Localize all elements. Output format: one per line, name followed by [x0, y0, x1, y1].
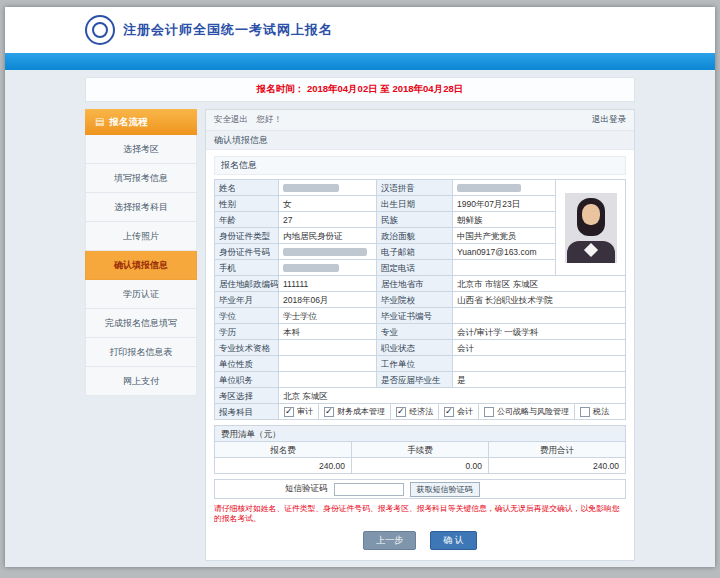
subjects-row: 报考科目 审计 财务成本管理 — [215, 404, 626, 420]
field-value — [279, 180, 377, 196]
redacted-value — [283, 184, 339, 192]
field-label: 毕业年月 — [215, 292, 279, 308]
checkbox-unchecked-icon[interactable] — [580, 407, 590, 417]
subject-option-strategy-risk[interactable]: 公司战略与风险管理 — [479, 404, 575, 419]
field-value: 会计/审计学 一级学科 — [453, 324, 626, 340]
sidebar-item-online-payment[interactable]: 网上支付 — [85, 367, 197, 396]
field-label: 职业状态 — [377, 340, 453, 356]
photo-face — [582, 204, 600, 225]
subject-option-accounting[interactable]: 会计 — [439, 404, 479, 419]
fee-table: 费用清单（元） 报名费 手续费 费用合计 240.00 0.00 240.00 — [214, 425, 626, 474]
sms-code-input[interactable] — [334, 483, 404, 496]
list-icon: ▤ — [95, 117, 104, 127]
table-row: 居住地邮政编码 111111 居住地省市 北京市 市辖区 东城区 — [215, 276, 626, 292]
confirm-button[interactable]: 确 认 — [430, 531, 477, 550]
subject-option-audit[interactable]: 审计 — [279, 404, 319, 419]
nav-bar — [5, 53, 715, 70]
sidebar-item-print-form[interactable]: 打印报名信息表 — [85, 338, 197, 367]
checkbox-checked-icon[interactable] — [444, 407, 454, 417]
field-label: 学历 — [215, 324, 279, 340]
panel-title: 确认填报信息 — [206, 131, 634, 150]
table-row: 专业技术资格 职业状态 会计 — [215, 340, 626, 356]
field-label: 手机 — [215, 260, 279, 276]
fee-value: 0.00 — [352, 458, 489, 474]
field-label: 居住地省市 — [377, 276, 453, 292]
field-value: 北京市 市辖区 东城区 — [453, 276, 626, 292]
sidebar-item-select-subjects[interactable]: 选择报考科目 — [85, 193, 197, 222]
checkbox-unchecked-icon[interactable] — [484, 407, 494, 417]
checkbox-checked-icon[interactable] — [396, 407, 406, 417]
checkbox-checked-icon[interactable] — [324, 407, 334, 417]
field-value — [279, 340, 377, 356]
subject-label: 税法 — [593, 406, 609, 418]
id-photo-cell — [556, 180, 626, 276]
safe-exit-link[interactable]: 安全退出 — [214, 114, 248, 124]
table-row: 报名费 手续费 费用合计 — [215, 442, 626, 458]
field-value — [279, 372, 377, 388]
field-value: 2018年06月 — [279, 292, 377, 308]
table-row: 学历 本科 专业 会计/审计学 一级学科 — [215, 324, 626, 340]
sidebar-item-upload-photo[interactable]: 上传照片 — [85, 222, 197, 251]
field-label: 汉语拼音 — [377, 180, 453, 196]
field-label: 专业技术资格 — [215, 340, 279, 356]
sidebar-item-education-verify[interactable]: 学历认证 — [85, 280, 197, 309]
redacted-value — [457, 184, 521, 192]
field-value: 中国共产党党员 — [453, 228, 556, 244]
field-value — [279, 244, 377, 260]
field-label: 固定电话 — [377, 260, 453, 276]
page: 注册会计师全国统一考试网上报名 报名时间： 2018年04月02日 至 2018… — [5, 7, 715, 567]
subject-option-financial-cost[interactable]: 财务成本管理 — [319, 404, 391, 419]
field-value — [453, 260, 556, 276]
sidebar-item-fill-info[interactable]: 填写报考信息 — [85, 164, 197, 193]
registration-period-banner: 报名时间： 2018年04月02日 至 2018年04月28日 — [85, 77, 635, 102]
subject-option-economic-law[interactable]: 经济法 — [391, 404, 439, 419]
field-value: 北京 东城区 — [279, 388, 626, 404]
sidebar-item-select-region[interactable]: 选择考区 — [85, 135, 197, 164]
previous-step-button[interactable]: 上一步 — [363, 531, 416, 550]
sidebar-item-confirm-info[interactable]: 确认填报信息 — [85, 251, 197, 280]
field-label: 姓名 — [215, 180, 279, 196]
field-label: 考区选择 — [215, 388, 279, 404]
field-value: 本科 — [279, 324, 377, 340]
logout-link[interactable]: 退出登录 — [592, 114, 626, 126]
fee-column-header: 费用合计 — [489, 442, 626, 458]
subject-label: 财务成本管理 — [337, 406, 385, 418]
fee-value: 240.00 — [215, 458, 352, 474]
field-value: 是 — [453, 372, 626, 388]
fee-column-header: 手续费 — [352, 442, 489, 458]
sidebar: ▤ 报名流程 选择考区 填写报考信息 选择报考科目 上传照片 确认填报信息 学历… — [85, 109, 197, 396]
greeting-text: 您好！ — [256, 114, 282, 124]
subject-option-tax-law[interactable]: 税法 — [575, 404, 614, 419]
table-row: 费用清单（元） — [215, 426, 626, 442]
field-label: 毕业院校 — [377, 292, 453, 308]
subject-label: 会计 — [457, 406, 473, 418]
field-label: 性别 — [215, 196, 279, 212]
field-value: 内地居民身份证 — [279, 228, 377, 244]
field-value: 1990年07月23日 — [453, 196, 556, 212]
subject-label: 经济法 — [409, 406, 433, 418]
field-label: 工作单位 — [377, 356, 453, 372]
fee-value: 240.00 — [489, 458, 626, 474]
field-label: 年龄 — [215, 212, 279, 228]
sms-code-label: 短信验证码 — [285, 483, 328, 495]
table-row: 毕业年月 2018年06月 毕业院校 山西省 长治职业技术学院 — [215, 292, 626, 308]
field-value: 27 — [279, 212, 377, 228]
checkbox-checked-icon[interactable] — [284, 407, 294, 417]
get-sms-code-button[interactable]: 获取短信验证码 — [410, 482, 480, 497]
table-row: 学位 学士学位 毕业证书编号 — [215, 308, 626, 324]
action-buttons: 上一步 确 认 — [214, 526, 626, 552]
field-label: 身份证件类型 — [215, 228, 279, 244]
field-label: 民族 — [377, 212, 453, 228]
table-row: 单位职务 是否应届毕业生 是 — [215, 372, 626, 388]
warning-text: 请仔细核对如姓名、证件类型、身份证件号码、报考考区、报考科目等关键信息，确认无误… — [214, 499, 626, 526]
table-row: 单位性质 工作单位 — [215, 356, 626, 372]
field-label: 单位性质 — [215, 356, 279, 372]
field-value — [279, 356, 377, 372]
table-row: 姓名 汉语拼音 — [215, 180, 626, 196]
field-value: 会计 — [453, 340, 626, 356]
content-area: ▤ 报名流程 选择考区 填写报考信息 选择报考科目 上传照片 确认填报信息 学历… — [85, 109, 635, 561]
field-label: 政治面貌 — [377, 228, 453, 244]
field-value: 111111 — [279, 276, 377, 292]
sidebar-item-complete-registration[interactable]: 完成报名信息填写 — [85, 309, 197, 338]
cicpa-logo-icon — [85, 15, 115, 45]
